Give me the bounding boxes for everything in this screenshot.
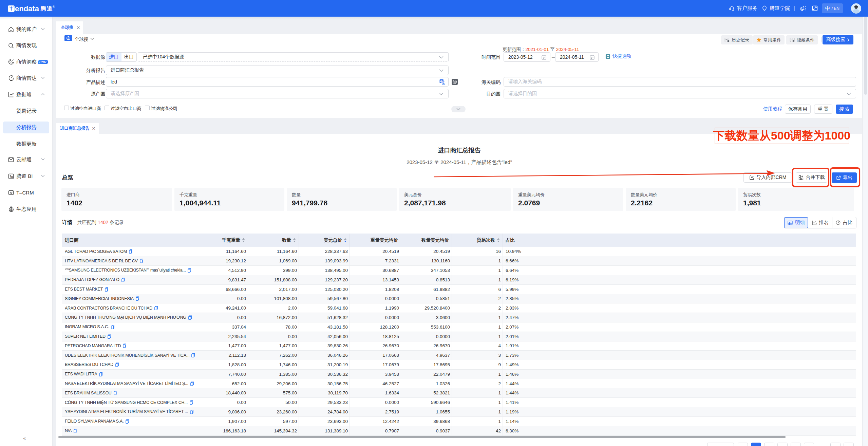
svg-text:BI: BI — [11, 176, 14, 178]
svg-text:A: A — [443, 82, 445, 85]
